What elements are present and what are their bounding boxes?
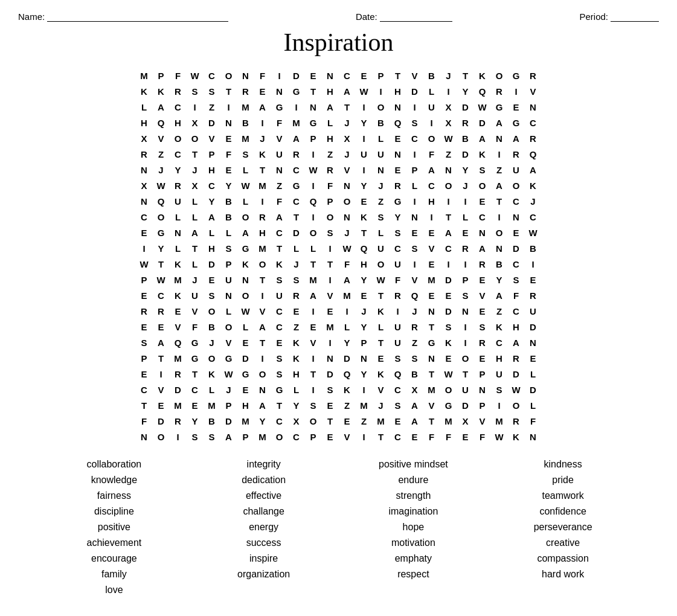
grid-cell: M: [339, 287, 356, 303]
grid-cell: I: [305, 209, 322, 225]
grid-cell: U: [170, 193, 187, 209]
grid-cell: I: [440, 256, 457, 272]
name-label: Name:: [18, 11, 45, 22]
grid-cell: C: [187, 382, 204, 397]
grid-cell: A: [440, 225, 457, 240]
grid-cell: F: [187, 319, 204, 335]
grid-cell: R: [288, 146, 305, 162]
grid-cell: J: [204, 335, 220, 350]
grid-cell: A: [220, 429, 237, 444]
grid-cell: X: [288, 413, 305, 429]
grid-cell: W: [474, 99, 491, 115]
grid-cell: R: [406, 319, 423, 335]
grid-cell: Y: [356, 366, 373, 382]
grid-cell: V: [305, 335, 322, 350]
grid-cell: B: [220, 193, 237, 209]
grid-cell: C: [508, 256, 525, 272]
grid-cell: X: [440, 99, 457, 115]
grid-cell: P: [204, 146, 220, 162]
grid-cell: M: [373, 413, 390, 429]
grid-cell: E: [440, 350, 457, 366]
grid-cell: J: [440, 68, 457, 83]
grid-cell: K: [525, 178, 542, 193]
grid-cell: V: [406, 68, 423, 83]
grid-cell: V: [423, 240, 440, 256]
word-item: family: [42, 568, 186, 581]
grid-cell: W: [187, 68, 204, 83]
grid-cell: G: [305, 115, 322, 130]
grid-cell: V: [153, 382, 170, 397]
grid-cell: O: [491, 68, 508, 83]
grid-cell: C: [204, 178, 220, 193]
grid-cell: S: [406, 240, 423, 256]
grid-cell: E: [322, 397, 339, 413]
grid-cell: S: [271, 366, 288, 382]
grid-cell: F: [423, 429, 440, 444]
grid-cell: R: [153, 303, 170, 319]
grid-cell: M: [288, 115, 305, 130]
grid-cell: R: [322, 162, 339, 178]
grid-cell: N: [390, 146, 406, 162]
grid-cell: Y: [187, 413, 204, 429]
grid-cell: A: [254, 397, 271, 413]
grid-cell: F: [170, 68, 187, 83]
grid-cell: K: [237, 256, 254, 272]
grid-cell: M: [254, 240, 271, 256]
grid-cell: O: [237, 209, 254, 225]
grid-cell: T: [457, 68, 474, 83]
grid-cell: U: [423, 99, 440, 115]
grid-cell: H: [204, 240, 220, 256]
grid-cell: C: [491, 335, 508, 350]
grid-cell: S: [271, 272, 288, 287]
grid-cell: K: [136, 83, 153, 99]
grid-cell: L: [187, 193, 204, 209]
name-underline: [47, 11, 228, 22]
grid-cell: K: [373, 303, 390, 319]
grid-cell: Q: [170, 335, 187, 350]
grid-cell: O: [322, 209, 339, 225]
grid-cell: Z: [153, 146, 170, 162]
grid-cell: X: [406, 382, 423, 397]
word-item: strength: [342, 489, 486, 502]
grid-cell: U: [187, 287, 204, 303]
word-item: teamwork: [491, 489, 635, 502]
grid-cell: E: [153, 397, 170, 413]
grid-cell: F: [271, 115, 288, 130]
word-item: effective: [192, 489, 336, 502]
grid-cell: R: [170, 83, 187, 99]
grid-cell: I: [423, 209, 440, 225]
grid-cell: T: [136, 397, 153, 413]
grid-cell: O: [254, 366, 271, 382]
grid-cell: L: [170, 240, 187, 256]
grid-cell: N: [474, 382, 491, 397]
grid-cell: N: [220, 287, 237, 303]
grid-cell: Q: [305, 193, 322, 209]
grid-cell: G: [288, 178, 305, 193]
grid-cell: O: [237, 287, 254, 303]
grid-cell: L: [373, 319, 390, 335]
grid-cell: C: [136, 209, 153, 225]
grid-cell: X: [187, 178, 204, 193]
grid-cell: S: [271, 350, 288, 366]
grid-cell: N: [508, 209, 525, 225]
grid-cell: I: [491, 397, 508, 413]
grid-cell: L: [457, 209, 474, 225]
grid-cell: M: [356, 397, 373, 413]
grid-cell: A: [322, 99, 339, 115]
grid-cell: B: [491, 256, 508, 272]
grid-cell: O: [339, 193, 356, 209]
word-list: collaborationintegritypositive mindsetki…: [18, 458, 659, 597]
grid-cell: R: [508, 413, 525, 429]
grid-cell: I: [390, 303, 406, 319]
grid-cell: L: [170, 209, 187, 225]
grid-cell: B: [373, 115, 390, 130]
grid-cell: M: [254, 178, 271, 193]
grid-cell: W: [153, 178, 170, 193]
grid-cell: H: [508, 319, 525, 335]
grid-cell: O: [373, 99, 390, 115]
grid-cell: K: [373, 366, 390, 382]
grid-cell: G: [237, 366, 254, 382]
grid-cell: I: [254, 193, 271, 209]
grid-cell: L: [373, 225, 390, 240]
grid-cell: J: [373, 178, 390, 193]
